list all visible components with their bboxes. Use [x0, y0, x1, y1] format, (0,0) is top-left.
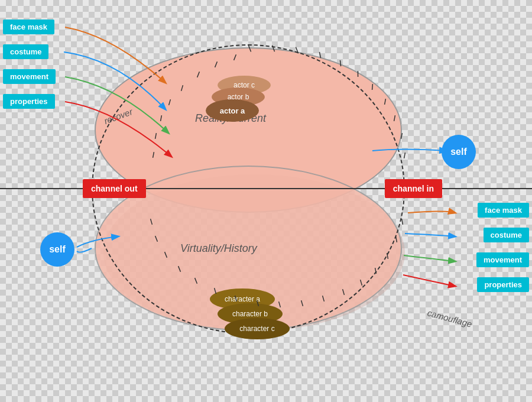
channel-in-button[interactable]: channel in — [385, 179, 442, 198]
left-costume-box: costume — [3, 44, 48, 59]
right-face-mask-box: face mask — [478, 203, 529, 218]
self-bottom-circle: self — [40, 232, 74, 267]
diagram-container: Reality/Current Virtuality/History chann… — [0, 0, 532, 402]
channel-out-button[interactable]: channel out — [83, 179, 146, 198]
right-costume-box: costume — [484, 228, 529, 242]
actor-a-ellipse: actor a — [206, 99, 259, 122]
left-movement-box: movement — [3, 69, 56, 84]
svg-line-11 — [402, 219, 403, 225]
self-top-circle: self — [442, 135, 476, 169]
left-properties-box: properties — [3, 94, 55, 109]
virtuality-label: Virtuality/History — [180, 242, 257, 255]
right-movement-box: movement — [476, 252, 529, 267]
camouflage-text: camouflage — [427, 307, 473, 329]
center-line — [0, 188, 532, 189]
svg-line-10 — [404, 153, 406, 158]
right-properties-box: properties — [477, 277, 529, 292]
left-face-mask-box: face mask — [3, 20, 54, 34]
character-c-ellipse: character c — [225, 318, 290, 339]
